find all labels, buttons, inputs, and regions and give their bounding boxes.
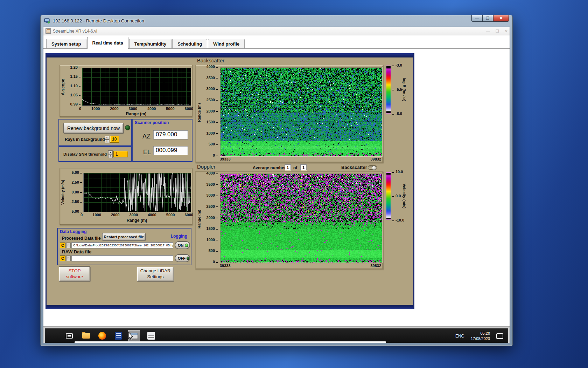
change-lidar-settings-button[interactable]: Change LiDARSettings bbox=[137, 267, 174, 281]
backscatter-x-last: 39832 bbox=[370, 157, 381, 161]
backscatter-heatmap bbox=[220, 67, 383, 157]
velocity-plot bbox=[83, 173, 191, 212]
backscatter-colorbar-ticks: -3.0-5.5-8.0 bbox=[392, 63, 402, 116]
ascope-yticks: 1.201.151.101.050.99 bbox=[66, 66, 81, 106]
processed-path-field[interactable]: C:\Lidar\Data\Proc\2023\202308\20230817\… bbox=[71, 242, 173, 248]
ascope-graph-box: A-scope 1.201.151.101.050.99 01000200030… bbox=[59, 65, 192, 117]
backscatter-graph-frame: Range (m) 400035003000250020001500100050… bbox=[195, 65, 383, 163]
processed-path-row: C C:\Lidar\Data\Proc\2023\202308\2023081… bbox=[60, 242, 173, 248]
az-label: AZ bbox=[142, 133, 150, 140]
tab-strip: System setup Real time data Temp/humidit… bbox=[43, 35, 510, 49]
rays-value-field[interactable]: 10 bbox=[110, 136, 119, 143]
app-close-icon[interactable]: ✕ bbox=[505, 29, 508, 34]
tab-system-setup[interactable]: System setup bbox=[46, 39, 86, 48]
app-minimize-icon[interactable]: — bbox=[486, 29, 490, 33]
average-number-label: Average number bbox=[253, 165, 286, 170]
renew-background-button[interactable]: Renew background now bbox=[63, 123, 124, 134]
scheduler-app-icon[interactable] bbox=[146, 331, 156, 341]
labview-front-panel: A-scope 1.201.151.101.050.99 01000200030… bbox=[46, 53, 414, 309]
file-explorer-icon[interactable] bbox=[81, 331, 91, 341]
backscatter-xlabels: 39333 39832 bbox=[220, 157, 381, 161]
desktop-peek-icon[interactable] bbox=[64, 331, 74, 341]
app-title: StreamLine XR v14-6.vi bbox=[53, 29, 97, 34]
processed-data-file-label: Processed Data file bbox=[62, 236, 101, 241]
clock-date: 17/08/2023 bbox=[471, 336, 490, 341]
streamline-app-window: StreamLine XR v14-6.vi — ❐ ✕ System setu… bbox=[43, 27, 510, 327]
backscatter-doppler-toggle[interactable] bbox=[368, 165, 377, 170]
panel-top-band bbox=[47, 53, 413, 57]
rdp-titlebar[interactable]: 192.168.0.122 - Remote Desktop Connectio… bbox=[41, 15, 512, 27]
app-restore-icon[interactable]: ❐ bbox=[496, 29, 499, 34]
off-led bbox=[187, 257, 189, 260]
scanner-position-box: Scanner position AZ 079.000 EL 000.099 bbox=[132, 119, 192, 162]
backscatter-colorbar-unit: log B (/m /sr) bbox=[402, 66, 406, 114]
processed-drive-box[interactable]: C bbox=[60, 243, 65, 248]
snr-threshold-box: Display SNR threshold ▲▼ 1 bbox=[58, 146, 132, 162]
clock[interactable]: 05:20 17/08/2023 bbox=[471, 331, 490, 341]
rdp-computer-icon bbox=[44, 18, 50, 24]
vi-file-icon bbox=[46, 28, 51, 34]
average-total-field[interactable]: 1 bbox=[300, 164, 307, 170]
backscatter-title: Backscatter bbox=[197, 57, 224, 63]
doppler-title: Doppler bbox=[197, 164, 216, 170]
rdp-window: 192.168.0.122 - Remote Desktop Connectio… bbox=[40, 15, 513, 346]
raw-logging-off-button[interactable]: OFF bbox=[175, 254, 190, 262]
rdp-close-button[interactable]: ✕ bbox=[493, 15, 509, 22]
language-indicator[interactable]: ENG bbox=[455, 334, 464, 339]
doppler-colorbar bbox=[386, 172, 391, 220]
data-logging-box: Data Logging Processed Data file Restart… bbox=[57, 228, 191, 265]
raw-path-field[interactable] bbox=[71, 255, 173, 261]
of-label: of bbox=[293, 165, 297, 170]
backscatter-ylabel: Range (m) bbox=[197, 93, 201, 132]
raw-path-row: C bbox=[60, 255, 173, 261]
horizontal-scrollbar[interactable] bbox=[75, 341, 386, 343]
rdp-minimize-button[interactable]: — bbox=[471, 15, 482, 22]
doppler-xlabels: 39333 39832 bbox=[220, 264, 381, 268]
tab-temp-humidity[interactable]: Temp/humidity bbox=[129, 39, 172, 48]
tab-wind-profile[interactable]: Wind profile bbox=[208, 39, 245, 48]
snr-threshold-label: Display SNR threshold bbox=[63, 152, 107, 156]
scanner-position-title: Scanner position bbox=[135, 120, 169, 125]
logging-label: Logging bbox=[171, 234, 187, 239]
doppler-x-first: 39333 bbox=[220, 264, 231, 268]
average-number-field[interactable]: 1 bbox=[285, 164, 291, 170]
on-led bbox=[185, 244, 188, 247]
tab-scheduling[interactable]: Scheduling bbox=[172, 39, 207, 48]
stop-software-button[interactable]: STOPsoftware bbox=[59, 266, 90, 281]
backscatter-x-first: 39333 bbox=[220, 157, 231, 161]
raw-drive-box[interactable]: C bbox=[60, 255, 65, 261]
raw-browse-icon[interactable] bbox=[66, 255, 71, 261]
renew-background-led bbox=[125, 125, 130, 130]
panel-bottom-band bbox=[47, 305, 413, 309]
velocity-graph-box: Velocity (m/s) 5.002.500.00-2.50-5.00 01… bbox=[59, 168, 192, 225]
app-titlebar[interactable]: StreamLine XR v14-6.vi — ❐ ✕ bbox=[43, 27, 510, 35]
az-value-field[interactable]: 079.000 bbox=[153, 130, 188, 139]
snr-spinner[interactable]: ▲▼ bbox=[108, 150, 113, 157]
rdp-session-area: StreamLine XR v14-6.vi — ❐ ✕ System setu… bbox=[43, 27, 510, 343]
velocity-xlabel: Range (m) bbox=[83, 218, 190, 223]
data-logging-title: Data Logging bbox=[60, 229, 87, 234]
doppler-ylabel: Range (m) bbox=[197, 200, 201, 238]
mouse-cursor bbox=[128, 332, 134, 341]
snr-value-field[interactable]: 1 bbox=[113, 151, 128, 157]
desktop-background: 192.168.0.122 - Remote Desktop Connectio… bbox=[0, 0, 588, 368]
backscatter-toggle-label: Backscatter bbox=[341, 165, 367, 170]
el-label: EL bbox=[143, 149, 151, 156]
action-center-icon[interactable] bbox=[496, 333, 503, 339]
rdp-window-title: 192.168.0.122 - Remote Desktop Connectio… bbox=[53, 18, 144, 23]
firefox-icon[interactable] bbox=[97, 331, 107, 341]
rays-in-background-label: Rays in background bbox=[65, 137, 105, 142]
processed-logging-on-button[interactable]: ON bbox=[175, 241, 190, 249]
velocity-xticks: 0100020003000400050006000 bbox=[80, 213, 193, 217]
restart-processed-file-button[interactable]: Restart processed file bbox=[102, 233, 146, 241]
tab-real-time-data[interactable]: Real time data bbox=[87, 37, 128, 49]
doppler-yticks: 40003500300025002000150010005000 bbox=[204, 171, 218, 264]
el-value-field[interactable]: 000.099 bbox=[153, 146, 188, 155]
rdp-maximize-button[interactable]: ❐ bbox=[482, 15, 493, 22]
velocity-ylabel: Velocity (m/s) bbox=[61, 175, 65, 210]
doppler-heatmap bbox=[220, 173, 383, 263]
doppler-colorbar-unit: Velocity (m/s) bbox=[402, 172, 406, 220]
processed-browse-icon[interactable] bbox=[66, 243, 71, 248]
rays-spinner[interactable]: ▲▼ bbox=[105, 136, 109, 143]
document-app-icon[interactable] bbox=[113, 331, 123, 341]
